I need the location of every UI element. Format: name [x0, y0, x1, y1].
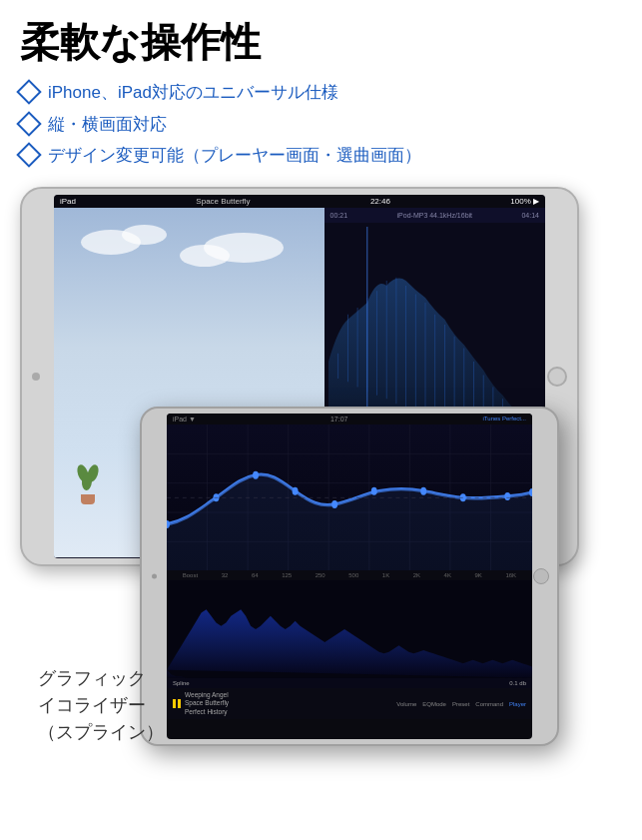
eq-caption-line2: イコライザー: [38, 692, 164, 719]
plant-left-pot: [81, 494, 95, 504]
ipad2-eq-line-svg: [167, 424, 532, 571]
plant-left-leaves: [78, 464, 98, 494]
ipad2-ctrl-preset[interactable]: Preset: [452, 701, 469, 707]
ipad2-screen: iPad ▼ 17:07 iTunes Perfect...: [167, 414, 532, 739]
device-area: iPad Space Butterfly 22:46 100% ▶: [20, 187, 622, 766]
ipad2-statusbar: iPad ▼ 17:07 iTunes Perfect...: [167, 414, 532, 424]
ipad-front: iPad ▼ 17:07 iTunes Perfect...: [140, 407, 559, 746]
page-title: 柔軟な操作性: [20, 18, 622, 66]
ipad1-track: Space Butterfly: [196, 197, 250, 206]
feature-list: iPhone、iPad対応のユニバーサル仕様 縦・横画面対応 デザイン変更可能（…: [20, 80, 622, 169]
ipad2-album-name: Space Butterfly: [185, 699, 229, 707]
diamond-icon-2: [16, 111, 41, 136]
ipad2-ctrl-volume[interactable]: Volume: [396, 701, 416, 707]
ipad1-time-total: 04:14: [521, 212, 539, 219]
ipad2-status-left: iPad ▼: [173, 416, 196, 422]
ipad2-spline-bar: Spline 0.1 db: [167, 678, 532, 688]
svg-point-43: [504, 492, 510, 500]
ipad1-time-current: 00:21: [330, 212, 348, 219]
ipad1-home-button[interactable]: [547, 367, 567, 387]
pause-bar-1: [173, 699, 176, 708]
ipad2-ctrl-eqmode[interactable]: EQMode: [422, 701, 446, 707]
ipad2-freq-125: 125: [282, 572, 292, 578]
svg-point-41: [420, 486, 426, 494]
svg-point-37: [253, 470, 259, 478]
ipad2-boost-label: Boost: [183, 572, 198, 578]
leaf-3: [81, 472, 93, 491]
ipad2-freq-500: 500: [348, 572, 358, 578]
ipad2-freq-64: 64: [252, 572, 259, 578]
cloud-2: [122, 225, 167, 245]
ipad2-eq-graph: [167, 424, 532, 571]
ipad2-track-info: Weeping Angel Space Butterfly Perfect Hi…: [185, 691, 229, 716]
ipad2-freq-32: 32: [222, 572, 229, 578]
ipad1-status-left: iPad: [60, 197, 76, 206]
svg-point-40: [371, 486, 377, 494]
diamond-icon-3: [16, 142, 41, 167]
ipad1-camera: [32, 373, 40, 381]
ipad2-camera: [152, 573, 157, 578]
ipad2-status-time: 17:07: [330, 416, 348, 422]
ipad2-track-name: Weeping Angel: [185, 691, 229, 699]
eq-caption-line1: グラフィック: [38, 665, 164, 692]
clouds: [54, 225, 324, 365]
ipad2-pause-icon[interactable]: [173, 699, 181, 708]
svg-point-38: [293, 486, 299, 494]
ipad2-freq-9k: 9K: [474, 572, 481, 578]
ipad2-play-track: Weeping Angel Space Butterfly Perfect Hi…: [173, 691, 229, 716]
ipad2-waveform-svg: [167, 580, 532, 678]
cloud-4: [180, 245, 230, 267]
ipad2-freq-2k: 2K: [413, 572, 420, 578]
ipad2-freq-labels: Boost 32 64 125 250 500 1K 2K 4K 9K 16K: [167, 570, 532, 580]
ipad2-freq-250: 250: [316, 572, 325, 578]
feature-item-1: iPhone、iPad対応のユニバーサル仕様: [20, 80, 622, 106]
eq-caption: グラフィック イコライザー （スプライン）: [38, 665, 164, 746]
ipad2-status-right: iTunes Perfect...: [483, 416, 526, 421]
feature-item-2: 縦・横画面対応: [20, 112, 622, 138]
svg-point-39: [331, 500, 337, 508]
ipad2-spline-label: Spline: [173, 680, 190, 686]
ipad2-collection: Perfect History: [185, 708, 229, 716]
ipad1-status-right: 100% ▶: [510, 197, 539, 206]
ipad1-format: iPod-MP3 44.1kHz/16bit: [397, 212, 472, 219]
ipad2-ctrl-command[interactable]: Command: [475, 701, 503, 707]
ipad2-waveform: [167, 580, 532, 678]
eq-caption-line3: （スプライン）: [38, 719, 164, 746]
ipad2-bottom-controls[interactable]: Volume EQMode Preset Command Player: [396, 701, 526, 707]
diamond-icon-1: [16, 79, 41, 104]
ipad2-freq-4k: 4K: [444, 572, 451, 578]
ipad2-freq-16k: 16K: [505, 572, 516, 578]
ipad2-bottom-bar: Weeping Angel Space Butterfly Perfect Hi…: [167, 688, 532, 719]
ipad2-freq-1k: 1K: [382, 572, 389, 578]
page: 柔軟な操作性 iPhone、iPad対応のユニバーサル仕様 縦・横画面対応 デザ…: [0, 0, 642, 786]
ipad2-ctrl-player[interactable]: Player: [509, 701, 526, 707]
pause-bar-2: [178, 699, 181, 708]
ipad1-track-info-bar: 00:21 iPod-MP3 44.1kHz/16bit 04:14: [324, 208, 545, 223]
feature-item-3: デザイン変更可能（プレーヤー画面・選曲画面）: [20, 143, 622, 169]
ipad1-status-time: 22:46: [370, 197, 390, 206]
ipad1-statusbar: iPad Space Butterfly 22:46 100% ▶: [54, 195, 545, 208]
ipad2-spline-value: 0.1 db: [509, 680, 526, 686]
plant-left: [76, 464, 101, 504]
ipad2-home-button[interactable]: [533, 568, 549, 584]
